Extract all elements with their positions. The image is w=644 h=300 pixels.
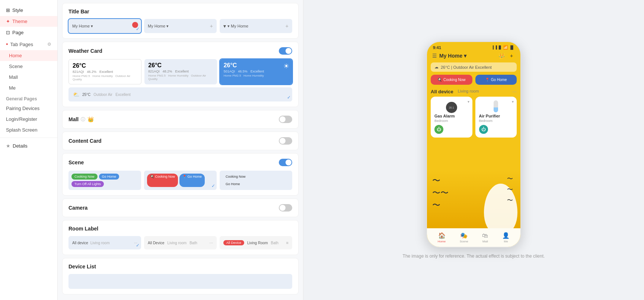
content-card-toggle[interactable]: [279, 137, 292, 145]
sidebar-me-label: Me: [9, 85, 16, 91]
main-content: Title Bar My Home ▾ ✓ My Home ▾ + ▾ ▾ My…: [58, 0, 303, 300]
weather-option-2[interactable]: 26°C 821AQI 48.2% Excellent Home PM2.5 H…: [144, 59, 217, 84]
weather-small-preview[interactable]: ⛅ 25°C Outdoor Air Excellent ✓: [68, 87, 292, 101]
tab-living-room[interactable]: Living room: [458, 89, 479, 94]
sidebar-details[interactable]: ★ Details: [0, 140, 57, 152]
weather1-stats: 821AQI 46.2% Excellent: [73, 70, 137, 74]
sidebar-scene[interactable]: Scene: [0, 61, 57, 72]
style-icon: ⊞: [6, 7, 10, 13]
dropdown-arrow-1[interactable]: ▾: [468, 100, 469, 104]
room-option-2[interactable]: All Device Living room Bath ···: [144, 236, 217, 249]
nav-home[interactable]: 🏠 Home: [438, 232, 446, 243]
weather-small-text: 25°C: [82, 93, 90, 97]
scene-option-3[interactable]: Cooking Now Go Home: [220, 171, 292, 190]
weather-option-3[interactable]: 26°C 501AQI 46.5% Excellent Home PM2.5 H…: [220, 59, 292, 84]
scene-previews: Cooking Now Go Home Turn Off All Lights …: [68, 171, 292, 190]
room-option-3[interactable]: All Device Living Room Bath ≡: [220, 236, 292, 249]
phone-time: 9:41: [433, 45, 441, 50]
sidebar-page-label: Page: [12, 30, 23, 35]
more-dots-icon[interactable]: ···: [512, 88, 517, 94]
tb2-label: My Home ▾: [148, 24, 169, 29]
scene3-btn1: Cooking Now: [223, 174, 289, 180]
nav-me[interactable]: 👤 Me: [502, 232, 510, 243]
titlebar-previews: My Home ▾ ✓ My Home ▾ + ▾ ▾ My Home +: [68, 19, 292, 33]
scene1-btn2: Go Home: [99, 174, 119, 180]
phone-cooking-btn[interactable]: 🍳 Cooking Now: [431, 75, 472, 85]
cooking-label: Cooking Now: [443, 78, 465, 82]
scene3-btn2: Go Home: [223, 181, 289, 187]
weather-option-1[interactable]: 26°C 821AQI 46.2% Excellent Home PM2.5 H…: [68, 59, 141, 84]
phone-add-button[interactable]: +: [508, 52, 515, 59]
sidebar-login-label: Login/Register: [6, 116, 37, 122]
nav-scene[interactable]: 🎭 Scene: [460, 232, 468, 243]
scene-toggle[interactable]: [279, 159, 292, 166]
living-room-label: Living room: [90, 241, 110, 245]
sidebar-page[interactable]: ⊡ Page: [0, 27, 57, 38]
home-nav-icon: 🏠: [438, 232, 446, 239]
tb1-label: My Home ▾: [72, 24, 93, 29]
mall-section: Mall ⓘ 👑: [62, 110, 299, 129]
sidebar-home-label: Home: [9, 53, 22, 58]
sidebar-splash-screen[interactable]: Splash Screen: [0, 125, 57, 135]
weather-small-check: ✓: [287, 95, 291, 100]
mall-header: Mall ⓘ 👑: [68, 116, 292, 123]
scene-option-1[interactable]: Cooking Now Go Home Turn Off All Lights: [68, 171, 141, 190]
gas-alarm-knob: 20.1: [446, 102, 457, 113]
sidebar-me[interactable]: Me: [0, 83, 57, 93]
nav-mall-label: Mall: [482, 240, 488, 243]
sidebar-tab-pages-label: Tab Pages: [10, 42, 33, 47]
scene-header: Scene: [68, 159, 292, 166]
content-card-title: Content Card: [68, 138, 102, 144]
page-icon: ⊡: [6, 30, 10, 35]
gear-icon[interactable]: ⚙: [47, 42, 51, 47]
scene-option-2[interactable]: 🍳 Cooking Now 📍 Go Home ✓: [144, 171, 217, 190]
camera-toggle[interactable]: [279, 204, 292, 212]
room-label-header: Room Label: [68, 226, 292, 232]
mall-title: Mall: [68, 116, 79, 122]
sidebar-style-label: Style: [12, 7, 23, 13]
mall-nav-icon: 🛍: [482, 232, 488, 239]
camera-header: Camera: [68, 204, 292, 212]
sidebar: ⊞ Style ✦ Theme ⊡ Page • Tab Pages ⚙ Hom…: [0, 0, 58, 300]
sidebar-style[interactable]: ⊞ Style: [0, 4, 57, 16]
sidebar-pairing-devices[interactable]: Pairing Devices: [0, 103, 57, 114]
sidebar-theme-label: Theme: [12, 19, 27, 24]
sidebar-mall[interactable]: Mall: [0, 72, 57, 83]
crown-icon: 👑: [87, 116, 94, 122]
me-nav-icon: 👤: [502, 232, 510, 239]
weather1-temp: 26°C: [73, 62, 137, 69]
titlebar-option-3[interactable]: ▾ ▾ My Home +: [220, 19, 292, 33]
titlebar-option-2[interactable]: My Home ▾ +: [144, 19, 217, 33]
scene-nav-icon: 🎭: [460, 232, 468, 239]
weather-card-title: Weather Card: [68, 48, 102, 54]
cooking-icon: 🍳: [437, 78, 442, 82]
tab-all-devices[interactable]: All device: [431, 89, 453, 94]
sidebar-tab-pages[interactable]: • Tab Pages ⚙: [0, 38, 57, 50]
room-option-1[interactable]: All device Living room ··· ✓: [68, 236, 141, 249]
nav-mall[interactable]: 🛍 Mall: [482, 232, 488, 243]
room-label-section: Room Label All device Living room ··· ✓ …: [62, 220, 299, 255]
right-curls: 〜〜〜: [507, 174, 513, 206]
sidebar-theme[interactable]: ✦ Theme: [0, 16, 57, 27]
scene2-check: ✓: [211, 183, 215, 188]
sidebar-home[interactable]: Home: [0, 50, 57, 61]
dropdown-arrow-2[interactable]: ▾: [512, 100, 514, 104]
phone-device-grid: ▾ 20.1 Gas Alarm Bedroom ⏻ ▾ Air Purifie…: [427, 97, 520, 141]
sidebar-pairing-label: Pairing Devices: [6, 106, 39, 111]
phone-home-title: My Home ▾: [439, 53, 466, 59]
phone-scene-buttons: 🍳 Cooking Now 📍 Go Home: [427, 75, 520, 88]
weather-card-toggle[interactable]: [279, 47, 292, 55]
mall-toggle[interactable]: [279, 116, 292, 123]
scene1-btn3: Turn Off All Lights: [71, 181, 104, 187]
gas-alarm-power[interactable]: ⏻: [434, 125, 443, 134]
weather2-temp: 26°C: [148, 62, 213, 69]
sidebar-login-register[interactable]: Login/Register: [0, 114, 57, 125]
scene1-btn1: Cooking Now: [71, 174, 98, 180]
weather-card-header: Weather Card: [68, 47, 292, 55]
nav-me-label: Me: [504, 240, 508, 243]
air-purifier-power[interactable]: ⏻: [479, 125, 488, 134]
device-card-gas-alarm: ▾ 20.1 Gas Alarm Bedroom ⏻: [431, 97, 472, 138]
titlebar-option-1[interactable]: My Home ▾ ✓: [68, 19, 141, 33]
phone-gohome-btn[interactable]: 📍 Go Home: [475, 75, 517, 85]
weather2-stats: 821AQI 48.2% Excellent: [148, 70, 213, 73]
